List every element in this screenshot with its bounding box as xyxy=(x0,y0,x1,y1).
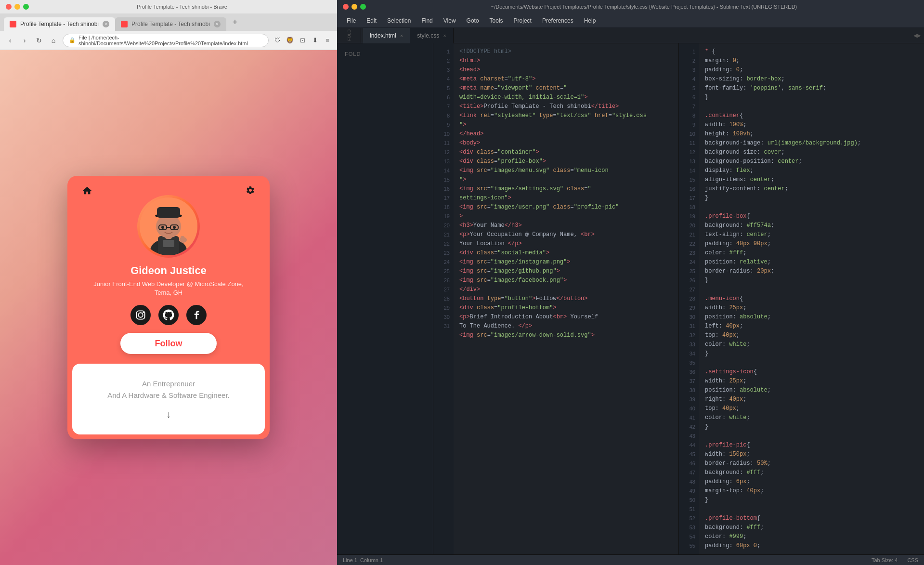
downloads-icon[interactable]: ⬇ xyxy=(310,36,320,45)
svg-point-11 xyxy=(161,226,164,229)
svg-rect-3 xyxy=(163,240,174,247)
browser-close-btn[interactable] xyxy=(6,4,12,10)
menu-selection[interactable]: Selection xyxy=(382,15,416,26)
fold-panel: FOLD xyxy=(337,28,361,43)
tab-html-close[interactable]: × xyxy=(400,33,403,39)
profile-name: Gideon Justice xyxy=(130,264,207,277)
tab-favicon-1 xyxy=(10,21,16,27)
profile-title: Junior Front-End Web Developer @ MicroSc… xyxy=(87,280,250,297)
svg-point-20 xyxy=(158,305,179,325)
social-icons xyxy=(130,305,207,325)
tab-close-2[interactable]: × xyxy=(214,21,221,27)
browser-toolbar: ‹ › ↻ ⌂ 🔒 File | /home/tech-shinobi/Docu… xyxy=(0,31,337,50)
menu-help[interactable]: Help xyxy=(579,15,601,26)
tab-close-1[interactable]: × xyxy=(103,21,109,27)
editor-close-btn[interactable] xyxy=(343,4,349,10)
css-code-pane: 123 456 789 101112 131415 161718 192021 … xyxy=(679,43,924,554)
menu-project[interactable]: Project xyxy=(509,15,536,26)
profile-card: Gideon Justice Junior Front-End Web Deve… xyxy=(67,176,270,439)
editor-minimize-btn[interactable] xyxy=(351,4,357,10)
tab-scroll-arrows[interactable]: ◀▶ xyxy=(911,33,924,38)
avatar xyxy=(137,195,200,258)
menu-file[interactable]: File xyxy=(342,15,361,26)
lock-icon: 🔒 xyxy=(69,37,76,43)
menu-goto[interactable]: Goto xyxy=(462,15,484,26)
css-code-area[interactable]: * { margin: 0; padding: 0; box-sizing: b… xyxy=(699,43,924,554)
svg-point-5 xyxy=(156,215,181,238)
tab-label-2: Profile Template - Tech shinobi xyxy=(131,21,210,27)
browser-titlebar: Profile Template - Tech shinobi - Brave xyxy=(0,0,337,13)
reload-btn[interactable]: ↻ xyxy=(34,35,44,46)
menu-edit[interactable]: Edit xyxy=(362,15,381,26)
browser-toolbar-icons: 🛡 🦁 ⊡ ⬇ ≡ xyxy=(273,36,332,45)
browser-panel: Profile Template - Tech shinobi - Brave … xyxy=(0,0,337,565)
editor-window-title: ~/Documents/Website Project Templates/Pr… xyxy=(370,4,918,10)
editor-panel: ~/Documents/Website Project Templates/Pr… xyxy=(337,0,924,565)
split-view-icon[interactable]: ⊡ xyxy=(298,36,307,45)
settings-icon[interactable] xyxy=(246,185,255,197)
editor-tab-css[interactable]: style.css × xyxy=(410,28,453,43)
follow-button[interactable]: Follow xyxy=(120,333,217,354)
menu-find[interactable]: Find xyxy=(416,15,437,26)
github-icon[interactable] xyxy=(158,305,179,325)
home-btn[interactable]: ⌂ xyxy=(48,35,59,46)
browser-minimize-btn[interactable] xyxy=(14,4,20,10)
editor-content: 123 456 789 101112 131415 161718 192021 … xyxy=(433,43,924,554)
status-tab-size: Tab Size: 4 xyxy=(872,557,898,563)
editor-tab-html[interactable]: index.html × xyxy=(363,28,410,43)
browser-content: Gideon Justice Junior Front-End Web Deve… xyxy=(0,50,337,565)
profile-top: Gideon Justice Junior Front-End Web Deve… xyxy=(67,176,270,364)
svg-point-16 xyxy=(130,305,151,325)
status-position: Line 1, Column 1 xyxy=(343,557,383,563)
instagram-icon[interactable] xyxy=(130,305,151,325)
editor-tabs-bar: FOLD index.html × style.css × ◀▶ xyxy=(337,28,924,43)
browser-window-title: Profile Template - Tech shinobi - Brave xyxy=(33,4,331,10)
tab-label-1: Profile Template - Tech shinobi xyxy=(20,21,99,27)
arrow-down-icon: ↓ xyxy=(166,409,171,420)
brave-icon[interactable]: 🦁 xyxy=(285,36,295,45)
facebook-icon[interactable] xyxy=(186,305,207,325)
tab-favicon-2 xyxy=(121,21,128,27)
file-tree: FOLD xyxy=(337,43,433,554)
browser-tab-2[interactable]: Profile Template - Tech shinobi × xyxy=(115,17,226,31)
status-right: Tab Size: 4 CSS xyxy=(872,557,918,563)
back-btn[interactable]: ‹ xyxy=(5,35,15,46)
browser-maximize-btn[interactable] xyxy=(23,4,29,10)
browser-traffic-lights xyxy=(6,4,29,10)
forward-btn[interactable]: › xyxy=(19,35,30,46)
menu-tools[interactable]: Tools xyxy=(485,15,508,26)
editor-statusbar: Line 1, Column 1 Tab Size: 4 CSS xyxy=(337,554,924,565)
editor-maximize-btn[interactable] xyxy=(360,4,366,10)
svg-point-19 xyxy=(143,312,144,313)
svg-rect-7 xyxy=(157,207,180,218)
status-language: CSS xyxy=(907,557,918,563)
tab-css-close[interactable]: × xyxy=(443,33,446,39)
menu-view[interactable]: View xyxy=(439,15,461,26)
html-code-area[interactable]: <!DOCTYPE html> <html> <head> <meta char… xyxy=(454,43,678,554)
editor-main: FOLD 123 456 789 101112 131415 161718 19… xyxy=(337,43,924,554)
new-tab-btn[interactable]: + xyxy=(229,16,241,28)
profile-bottom: An Entreprenuer And A Hardware & Softwar… xyxy=(72,364,265,434)
browser-tabs-bar: Profile Template - Tech shinobi × Profil… xyxy=(0,13,337,31)
home-icon[interactable] xyxy=(82,185,92,199)
editor-titlebar: ~/Documents/Website Project Templates/Pr… xyxy=(337,0,924,13)
address-bar[interactable]: 🔒 File | /home/tech-shinobi/Documents/We… xyxy=(63,34,269,47)
profile-bio: An Entreprenuer And A Hardware & Softwar… xyxy=(107,378,229,401)
html-line-numbers: 123 456 789 101112 131415 161718 192021 … xyxy=(433,43,454,554)
svg-rect-15 xyxy=(180,240,186,242)
address-text: File | /home/tech-shinobi/Documents/Webs… xyxy=(78,35,262,46)
svg-point-12 xyxy=(173,226,176,229)
editor-traffic-lights xyxy=(343,4,366,10)
browser-tab-1[interactable]: Profile Template - Tech shinobi × xyxy=(4,17,115,31)
html-code-pane: 123 456 789 101112 131415 161718 192021 … xyxy=(433,43,679,554)
menu-preferences[interactable]: Preferences xyxy=(537,15,578,26)
editor-menubar: File Edit Selection Find View Goto Tools… xyxy=(337,13,924,28)
shield-icon[interactable]: 🛡 xyxy=(273,36,282,45)
css-line-numbers: 123 456 789 101112 131415 161718 192021 … xyxy=(679,43,699,554)
menu-dots-icon[interactable]: ≡ xyxy=(323,36,332,45)
